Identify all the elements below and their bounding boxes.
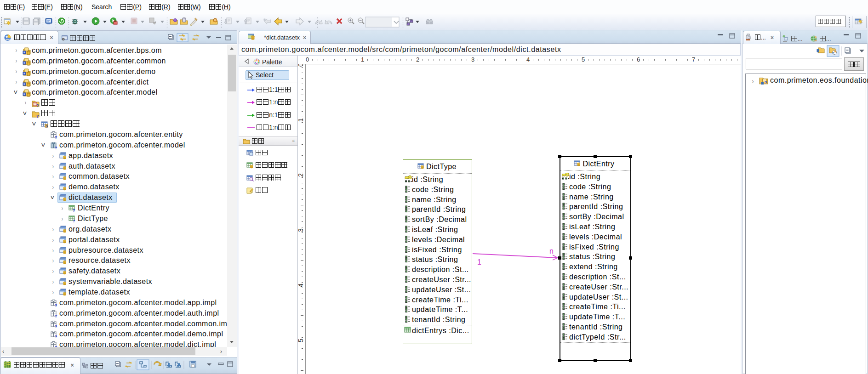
svg-text:?: ? [55,135,57,140]
svg-text:?: ? [55,324,57,329]
svg-text:?: ? [55,334,57,339]
svg-text:?: ? [73,208,75,213]
svg-text:?: ? [55,303,57,308]
svg-text:?: ? [55,146,57,150]
svg-text:?: ? [46,125,48,129]
svg-text:?: ? [73,219,75,223]
svg-text:?: ? [765,80,767,85]
svg-text:?: ? [36,114,39,119]
svg-text:?: ? [55,314,57,318]
svg-text:1: 1 [477,258,481,266]
svg-text:n: n [549,247,554,255]
svg-text:?: ? [36,103,39,108]
